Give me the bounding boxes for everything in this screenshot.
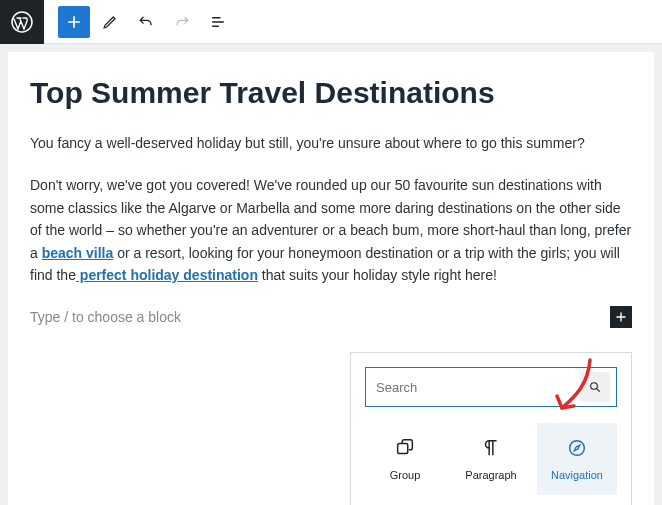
- text-segment: that suits your holiday style right here…: [258, 267, 497, 283]
- paragraph-block-1[interactable]: You fancy a well-deserved holiday but st…: [30, 132, 632, 154]
- undo-button[interactable]: [130, 6, 162, 38]
- search-button[interactable]: [580, 372, 610, 402]
- list-view-icon: [208, 12, 228, 32]
- block-suggestions: Group Paragraph Navigation: [365, 423, 617, 495]
- block-inserter-popover: Group Paragraph Navigation: [350, 352, 632, 505]
- block-item-label: Navigation: [551, 469, 603, 481]
- block-item-paragraph[interactable]: Paragraph: [451, 423, 531, 495]
- redo-button[interactable]: [166, 6, 198, 38]
- wordpress-logo[interactable]: [0, 0, 44, 44]
- svg-point-3: [570, 441, 585, 456]
- document-outline-button[interactable]: [202, 6, 234, 38]
- block-item-label: Group: [390, 469, 421, 481]
- empty-block-row: Type / to choose a block: [30, 306, 632, 328]
- link-perfect-holiday[interactable]: perfect holiday destination: [76, 267, 258, 283]
- editor-canvas: Top Summer Travel Destinations You fancy…: [8, 52, 654, 505]
- post-title[interactable]: Top Summer Travel Destinations: [30, 76, 632, 110]
- group-icon: [394, 437, 416, 459]
- block-item-label: Paragraph: [465, 469, 516, 481]
- add-block-toolbar-button[interactable]: [58, 6, 90, 38]
- pencil-icon: [100, 12, 120, 32]
- search-icon: [587, 379, 603, 395]
- paragraph-icon: [480, 437, 502, 459]
- editor-toolbar: [44, 6, 234, 38]
- block-item-group[interactable]: Group: [365, 423, 445, 495]
- plus-icon: [64, 12, 84, 32]
- navigation-icon: [566, 437, 588, 459]
- svg-rect-2: [398, 443, 408, 453]
- undo-icon: [136, 12, 156, 32]
- svg-point-1: [591, 383, 598, 390]
- plus-icon: [612, 308, 630, 326]
- editor-top-bar: [0, 0, 662, 44]
- search-input[interactable]: [376, 380, 580, 395]
- link-beach-villa[interactable]: beach villa: [42, 245, 114, 261]
- block-item-navigation[interactable]: Navigation: [537, 423, 617, 495]
- inline-inserter-button[interactable]: [610, 306, 632, 328]
- block-placeholder[interactable]: Type / to choose a block: [30, 309, 181, 325]
- block-search-field[interactable]: [365, 367, 617, 407]
- paragraph-block-2[interactable]: Don't worry, we've got you covered! We'v…: [30, 174, 632, 286]
- redo-icon: [172, 12, 192, 32]
- edit-mode-button[interactable]: [94, 6, 126, 38]
